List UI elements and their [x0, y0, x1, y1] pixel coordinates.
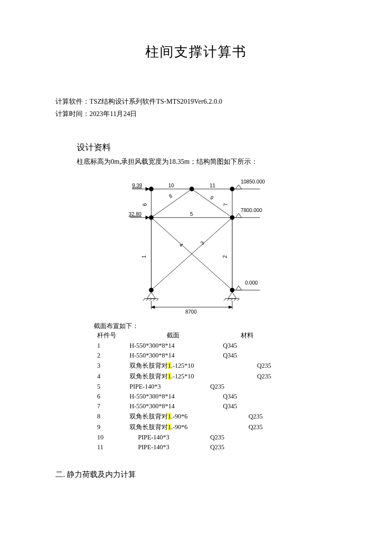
cell-member-id: 8 [94, 411, 126, 422]
software-value: TSZ结构设计系列软件TS-MTS2019Ver6.2.0.0 [89, 98, 222, 105]
svg-line-2 [143, 299, 145, 301]
svg-line-6 [156, 299, 159, 301]
th-material: 材料 [197, 330, 274, 341]
cell-material: Q235 [197, 422, 274, 433]
table-row: 5PIPE-140*3Q235 [94, 382, 275, 392]
table-row: 10PIPE-140*3Q235 [94, 433, 275, 442]
table-row: 8双角长肢背对1.-90*6Q235 [94, 411, 275, 422]
th-id: 杆件号 [94, 330, 126, 341]
member-10-label: 10 [168, 183, 174, 189]
time-value: 2023年11月24日 [89, 110, 137, 117]
svg-line-3 [146, 299, 148, 301]
svg-point-28 [190, 187, 194, 191]
doc-title: 柱间支撑计算书 [55, 43, 337, 61]
svg-line-4 [150, 299, 152, 301]
cell-material: Q345 [197, 351, 274, 360]
highlight: 1 [168, 373, 171, 380]
cell-section: H-550*300*8*14 [126, 351, 197, 360]
table-row: 6H-550*300*8*14Q345 [94, 392, 275, 401]
time-label: 计算时间： [55, 110, 89, 117]
member-4-label: 4 [178, 241, 184, 248]
cell-section: H-550*300*8*14 [126, 401, 197, 411]
table-row: 3双角长肢背对1.-125*10Q235 [94, 360, 275, 371]
table-row: 4双角长肢背对1.-125*10Q235 [94, 371, 275, 382]
cell-member-id: 6 [94, 392, 126, 401]
cell-material: Q235 [197, 433, 274, 442]
section1-header: 设计资料 [77, 142, 337, 153]
table-row: 11PIPE-140*3Q235 [94, 442, 275, 452]
section-table: 杆件号 截面 材料 1H-550*300*8*14Q3452H-550*300*… [94, 330, 275, 452]
svg-line-10 [227, 299, 229, 301]
cell-section: 双角长肢背对1.-90*6 [126, 422, 197, 433]
elev-top-marker-icon [232, 185, 260, 189]
time-line: 计算时间：2023年11月24日 [55, 108, 337, 120]
document-page: 柱间支撑计算书 计算软件：TSZ结构设计系列软件TS-MTS2019Ver6.2… [0, 0, 392, 505]
elev-top-value: 10850.000 [241, 179, 265, 185]
highlight: 1 [168, 424, 171, 430]
member-7-label: 7 [223, 203, 229, 206]
table-header-row: 杆件号 截面 材料 [94, 330, 275, 341]
cell-material: Q345 [197, 401, 274, 411]
cell-member-id: 11 [94, 442, 126, 452]
elev-bot-value: 0.000 [245, 280, 258, 286]
cell-member-id: 7 [94, 401, 126, 411]
highlight: 1 [168, 413, 171, 420]
cell-section: H-550*300*8*14 [126, 341, 197, 351]
cell-member-id: 4 [94, 371, 126, 382]
svg-line-5 [153, 299, 155, 301]
table-row: 7H-550*300*8*14Q345 [94, 401, 275, 411]
cell-material: Q235 [197, 442, 274, 452]
cell-material: Q235 [197, 360, 274, 371]
cell-section: PIPE-140*3 [126, 382, 197, 392]
load-mid-value: 32.80 [129, 211, 141, 217]
intro-text: 柱底标高为0m,承担风载宽度为18.35m；结构简图如下所示： [77, 157, 337, 166]
support-left-icon [143, 288, 159, 301]
cell-material: Q235 [197, 411, 274, 422]
cell-member-id: 9 [94, 422, 126, 433]
elev-bot-marker-icon [232, 286, 260, 290]
member-11-label: 11 [210, 183, 216, 189]
cell-material: Q345 [197, 392, 274, 401]
cell-member-id: 1 [94, 341, 126, 351]
cell-member-id: 3 [94, 360, 126, 371]
load-top-value: 9.39 [132, 183, 142, 189]
cell-member-id: 10 [94, 433, 126, 442]
table-row: 1H-550*300*8*14Q345 [94, 341, 275, 351]
cell-section: PIPE-140*3 [126, 433, 197, 442]
section2-header: 二. 静力荷载及内力计算 [55, 469, 337, 479]
cell-member-id: 5 [94, 382, 126, 392]
member-2-label: 2 [222, 255, 228, 258]
structure-diagram: 9.39 32.80 10850.000 7800.000 0.000 8700… [111, 173, 281, 318]
member-3-label: 3 [199, 240, 206, 246]
width-value: 8700 [185, 309, 197, 315]
member-9-label: 9 [209, 195, 215, 201]
cell-section: 双角长肢背对1.-125*10 [126, 371, 197, 382]
cell-section: 双角长肢背对1.-125*10 [126, 360, 197, 371]
svg-line-9 [224, 299, 226, 301]
cell-material: Q345 [197, 341, 274, 351]
cell-section: 双角长肢背对1.-90*6 [126, 411, 197, 422]
table-row: 9双角长肢背对1.-90*6Q235 [94, 422, 275, 433]
member-6-label: 6 [142, 203, 148, 206]
svg-line-23 [151, 189, 192, 218]
svg-line-13 [237, 299, 239, 301]
table-row: 2H-550*300*8*14Q345 [94, 351, 275, 360]
member-1-label: 1 [141, 255, 147, 258]
elev-mid-value: 7800.000 [241, 207, 262, 213]
cell-member-id: 2 [94, 351, 126, 360]
cell-material: Q235 [197, 371, 274, 382]
svg-point-27 [149, 187, 153, 191]
elev-mid-marker-icon [232, 213, 260, 218]
table-caption: 截面布置如下： [94, 322, 337, 330]
member-8-label: 8 [168, 193, 174, 199]
software-line: 计算软件：TSZ结构设计系列软件TS-MTS2019Ver6.2.0.0 [55, 96, 337, 108]
member-5-label: 5 [190, 211, 193, 217]
cell-section: PIPE-140*3 [126, 442, 197, 452]
cell-material: Q235 [197, 382, 274, 392]
svg-line-12 [234, 299, 236, 301]
svg-line-11 [231, 299, 233, 301]
th-section: 截面 [126, 330, 197, 341]
cell-section: H-550*300*8*14 [126, 392, 197, 401]
highlight: 1 [168, 362, 171, 369]
software-label: 计算软件： [55, 98, 89, 105]
